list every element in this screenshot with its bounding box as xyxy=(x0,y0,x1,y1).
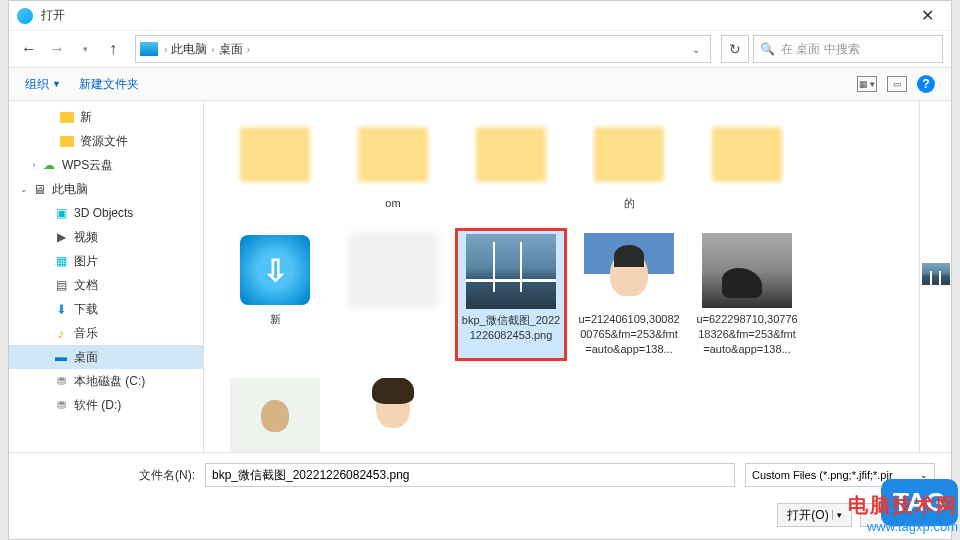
tree-label: 此电脑 xyxy=(52,181,88,198)
tree-label: 下载 xyxy=(74,301,98,318)
chevron-icon: ⌄ xyxy=(17,184,31,194)
file-open-dialog: 打开 ✕ ← → ▾ ↑ › 此电脑 › 桌面 › ⌄ ↻ 🔍 在 桌面 中搜索… xyxy=(8,0,952,540)
desktop-icon: ▬ xyxy=(53,349,69,365)
toolbar: 组织▼ 新建文件夹 ▦ ▾ ▭ ? xyxy=(9,67,951,101)
path-dropdown[interactable]: ⌄ xyxy=(686,44,706,55)
refresh-button[interactable]: ↻ xyxy=(721,35,749,63)
tree-label: 桌面 xyxy=(74,349,98,366)
disk-icon: ⛃ xyxy=(53,373,69,389)
music-icon: ♪ xyxy=(53,325,69,341)
button-row: 打开(O)▾ 取消 xyxy=(9,497,951,539)
sidebar-item[interactable]: 资源文件 xyxy=(9,129,203,153)
watermark: 电脑技术网 www.tagxp.com xyxy=(848,492,958,534)
file-label: om xyxy=(385,196,400,211)
tree-label: 资源文件 xyxy=(80,133,128,150)
filename-bar: 文件名(N): Custom Files (*.png;*.jfif;*.pjr… xyxy=(9,452,951,497)
forward-button[interactable]: → xyxy=(45,37,69,61)
sidebar-item[interactable]: ▬桌面 xyxy=(9,345,203,369)
view-mode-button[interactable]: ▦ ▾ xyxy=(857,76,877,92)
chevron-icon: › xyxy=(247,44,250,55)
file-list[interactable]: om的⇩新bkp_微信截图_20221226082453.pngu=212406… xyxy=(204,101,919,452)
search-placeholder: 在 桌面 中搜索 xyxy=(781,41,860,58)
file-item[interactable]: u=212406109,3008200765&fm=253&fmt=auto&a… xyxy=(574,229,684,361)
file-label: 的 xyxy=(624,196,635,211)
titlebar: 打开 ✕ xyxy=(9,1,951,31)
cloud-icon: ☁ xyxy=(41,157,57,173)
organize-button[interactable]: 组织▼ xyxy=(25,76,61,93)
back-button[interactable]: ← xyxy=(17,37,41,61)
folder-icon xyxy=(59,109,75,125)
disk-icon: ⛃ xyxy=(53,397,69,413)
file-item[interactable] xyxy=(456,113,566,215)
close-button[interactable]: ✕ xyxy=(911,2,943,30)
pc-icon: 🖥 xyxy=(31,181,47,197)
new-folder-button[interactable]: 新建文件夹 xyxy=(79,76,139,93)
file-item[interactable]: om xyxy=(338,113,448,215)
file-item[interactable] xyxy=(220,113,330,215)
tree-label: 3D Objects xyxy=(74,206,133,220)
tree-label: 本地磁盘 (C:) xyxy=(74,373,145,390)
file-label: u=212406109,3008200765&fm=253&fmt=auto&a… xyxy=(578,312,680,357)
file-item[interactable]: 的 xyxy=(574,113,684,215)
video-icon: ▶ xyxy=(53,229,69,245)
pc-icon xyxy=(140,42,158,56)
file-item[interactable]: bkp_微信截图_20221226082453.png xyxy=(456,229,566,361)
path-segment[interactable]: 桌面 xyxy=(215,41,247,58)
filename-label: 文件名(N): xyxy=(139,467,195,484)
open-button[interactable]: 打开(O)▾ xyxy=(777,503,852,527)
sidebar-item[interactable]: ♪音乐 xyxy=(9,321,203,345)
file-item[interactable]: u=2254155789,2235761935&fm=253&fmt=auto&… xyxy=(338,374,448,452)
path-box[interactable]: › 此电脑 › 桌面 › ⌄ xyxy=(135,35,711,63)
watermark-url: www.tagxp.com xyxy=(848,519,958,534)
file-label: bkp_微信截图_20221226082453.png xyxy=(461,313,561,343)
file-label: u=622298710,3077618326&fm=253&fmt=auto&a… xyxy=(696,312,798,357)
sidebar-item[interactable]: ⌄🖥此电脑 xyxy=(9,177,203,201)
main-area: 新资源文件›☁WPS云盘⌄🖥此电脑▣3D Objects▶视频▦图片▤文档⬇下载… xyxy=(9,101,951,452)
sidebar-item[interactable]: ⛃软件 (D:) xyxy=(9,393,203,417)
tree-label: 音乐 xyxy=(74,325,98,342)
image-icon: ▦ xyxy=(53,253,69,269)
file-item[interactable]: u=1403587575,1616289704&fm=253&fmt=auto&… xyxy=(220,374,330,452)
file-item[interactable] xyxy=(692,113,802,215)
3d-icon: ▣ xyxy=(53,205,69,221)
watermark-text: 电脑技术网 xyxy=(848,492,958,519)
sidebar-item[interactable]: 新 xyxy=(9,105,203,129)
search-icon: 🔍 xyxy=(760,42,775,56)
app-icon xyxy=(17,8,33,24)
folder-icon xyxy=(59,133,75,149)
tree-label: 文档 xyxy=(74,277,98,294)
tree-label: WPS云盘 xyxy=(62,157,113,174)
tree-label: 新 xyxy=(80,109,92,126)
tree-label: 软件 (D:) xyxy=(74,397,121,414)
tree-label: 视频 xyxy=(74,229,98,246)
preview-thumbnail xyxy=(922,263,950,285)
search-input[interactable]: 🔍 在 桌面 中搜索 xyxy=(753,35,943,63)
sidebar-item[interactable]: ›☁WPS云盘 xyxy=(9,153,203,177)
chevron-icon: › xyxy=(27,160,41,170)
help-button[interactable]: ? xyxy=(917,75,935,93)
file-item[interactable]: u=622298710,3077618326&fm=253&fmt=auto&a… xyxy=(692,229,802,361)
sidebar-item[interactable]: ▤文档 xyxy=(9,273,203,297)
recent-chevron[interactable]: ▾ xyxy=(73,37,97,61)
tree-label: 图片 xyxy=(74,253,98,270)
file-label: 新 xyxy=(270,312,281,327)
sidebar-item[interactable]: ⛃本地磁盘 (C:) xyxy=(9,369,203,393)
preview-pane-button[interactable]: ▭ xyxy=(887,76,907,92)
dl-icon: ⬇ xyxy=(53,301,69,317)
sidebar-item[interactable]: ⬇下载 xyxy=(9,297,203,321)
file-item[interactable] xyxy=(338,229,448,361)
nav-bar: ← → ▾ ↑ › 此电脑 › 桌面 › ⌄ ↻ 🔍 在 桌面 中搜索 xyxy=(9,31,951,67)
path-segment[interactable]: 此电脑 xyxy=(167,41,211,58)
sidebar-item[interactable]: ▦图片 xyxy=(9,249,203,273)
up-button[interactable]: ↑ xyxy=(101,37,125,61)
file-item[interactable]: ⇩新 xyxy=(220,229,330,361)
sidebar-item[interactable]: ▶视频 xyxy=(9,225,203,249)
sidebar: 新资源文件›☁WPS云盘⌄🖥此电脑▣3D Objects▶视频▦图片▤文档⬇下载… xyxy=(9,101,204,452)
doc-icon: ▤ xyxy=(53,277,69,293)
sidebar-item[interactable]: ▣3D Objects xyxy=(9,201,203,225)
filename-input[interactable] xyxy=(205,463,735,487)
preview-pane xyxy=(919,101,951,452)
window-title: 打开 xyxy=(41,7,65,24)
